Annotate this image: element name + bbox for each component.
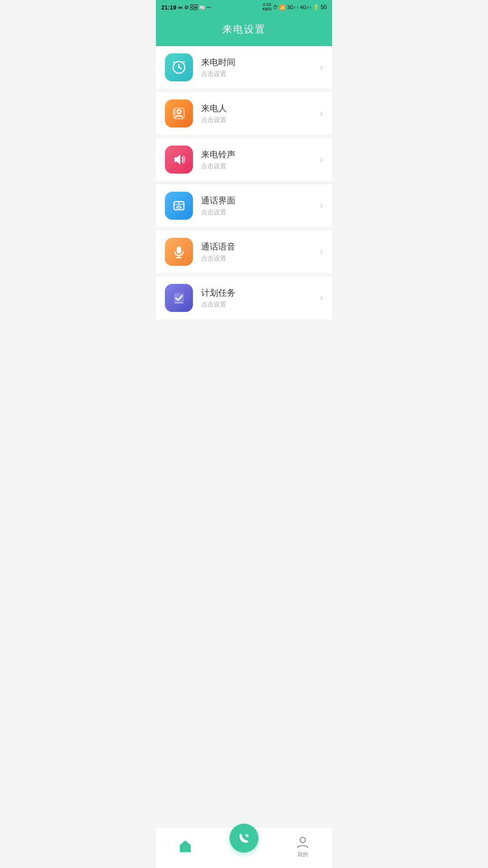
status-bar: 21:19 ∞ ⊙ Co 📰 ··· 0.03KB/S ⏱ 📶 3G↑↑ 4G↑… [156,0,332,14]
item-title-ringtone: 来电铃声 [201,149,320,160]
setting-item-incoming-time[interactable]: 来电时间 点击设置 › [156,46,332,89]
item-title-plan-task: 计划任务 [201,287,320,299]
setting-item-caller[interactable]: 来电人 点击设置 › [156,92,332,135]
setting-item-call-voice[interactable]: 通话语音 点击设置 › [156,231,332,273]
clock-icon [171,60,187,75]
item-subtitle-ringtone: 点击设置 [201,162,320,170]
svg-point-3 [178,67,180,68]
svg-marker-9 [174,155,180,165]
item-title-incoming-time: 来电时间 [201,57,320,68]
svg-point-12 [178,203,180,204]
icon-plan-task [165,284,193,312]
item-text-call-voice: 通话语音 点击设置 [201,241,320,263]
item-text-caller: 来电人 点击设置 [201,103,320,124]
settings-list: 来电时间 点击设置 › 来电人 点击设置 › [156,46,332,319]
page-title: 来电设置 [156,23,332,36]
chevron-call-voice: › [320,246,323,258]
icon-call-interface [165,192,193,220]
item-title-caller: 来电人 [201,103,320,114]
microphone-icon [171,244,187,259]
icon-ringtone [165,146,193,174]
setting-item-call-interface[interactable]: 通话界面 点击设置 › [156,184,332,227]
chevron-incoming-time: › [320,61,323,73]
icon-incoming-time [165,53,193,81]
status-time: 21:19 ∞ ⊙ Co 📰 ··· [161,4,211,11]
svg-rect-14 [177,246,181,254]
icon-call-voice [165,238,193,266]
chevron-caller: › [320,108,323,119]
item-subtitle-call-interface: 点击设置 [201,208,320,217]
item-subtitle-caller: 点击设置 [201,116,320,124]
item-subtitle-incoming-time: 点击设置 [201,70,320,78]
status-icons: 0.03KB/S ⏱ 📶 3G↑↑ 4G↑↑ 🔋 50 [263,3,327,12]
item-subtitle-call-voice: 点击设置 [201,255,320,263]
chevron-ringtone: › [320,154,323,165]
item-text-call-interface: 通话界面 点击设置 [201,195,320,217]
item-text-plan-task: 计划任务 点击设置 [201,287,320,309]
setting-item-ringtone[interactable]: 来电铃声 点击设置 › [156,138,332,181]
item-title-call-interface: 通话界面 [201,195,320,207]
setting-item-plan-task[interactable]: 计划任务 点击设置 › [156,277,332,319]
chevron-plan-task: › [320,292,323,304]
chevron-call-interface: › [320,200,323,212]
item-subtitle-plan-task: 点击设置 [201,301,320,309]
checklist-icon [171,290,187,306]
speaker-icon [171,152,187,167]
item-title-call-voice: 通话语音 [201,241,320,253]
item-text-incoming-time: 来电时间 点击设置 [201,57,320,78]
page-header: 来电设置 [156,14,332,46]
contact-icon [171,106,187,121]
icon-caller [165,99,193,127]
item-text-ringtone: 来电铃声 点击设置 [201,149,320,170]
interface-icon [171,198,187,213]
